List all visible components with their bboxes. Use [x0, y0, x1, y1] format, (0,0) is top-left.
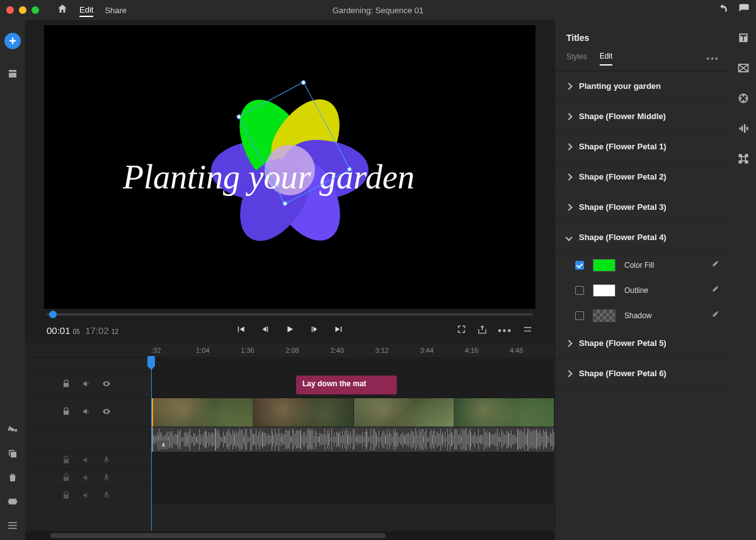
eyedropper-icon[interactable] — [711, 285, 719, 296]
layer-row[interactable]: Shape (Flower Petal 1) — [555, 132, 731, 162]
layer-row[interactable]: Planting your garden — [555, 71, 731, 101]
clip-thumbnail — [253, 398, 353, 427]
fullscreen-icon[interactable] — [456, 324, 467, 337]
track-options-icon[interactable] — [7, 520, 18, 534]
titles-inspector: Titles Styles Edit ••• Planting your gar… — [554, 20, 731, 540]
clip-thumbnail — [354, 398, 454, 427]
layer-row[interactable]: Shape (Flower Petal 3) — [555, 192, 731, 222]
title-track-header — [25, 372, 151, 398]
volume-icon[interactable] — [82, 473, 91, 485]
transport-bar: 00:01 05 17:02 12 ••• — [44, 320, 536, 343]
time-mark: 2:08 — [285, 347, 330, 354]
layer-label: Shape (Flower Petal 6) — [579, 369, 667, 378]
tab-edit[interactable]: Edit — [600, 52, 613, 66]
title-overlay-text[interactable]: Planting your garden — [123, 158, 415, 197]
svg-point-2 — [745, 97, 747, 99]
property-label: Shadow — [624, 311, 702, 320]
time-ruler[interactable]: :321:041:362:082:403:123:444:164:48 — [25, 343, 554, 357]
step-back-button[interactable] — [260, 324, 271, 337]
lock-icon[interactable] — [62, 379, 71, 391]
clip-thumbnail — [454, 398, 554, 427]
inspector-more-icon[interactable]: ••• — [706, 54, 719, 64]
layer-row[interactable]: Shape (Flower Petal 6) — [555, 359, 731, 389]
property-checkbox[interactable] — [575, 311, 584, 320]
add-media-button[interactable]: + — [4, 33, 21, 49]
playhead[interactable] — [151, 357, 152, 531]
property-checkbox[interactable] — [575, 286, 584, 295]
inspector-title: Titles — [555, 20, 731, 52]
share-icon[interactable] — [477, 324, 488, 337]
program-monitor[interactable]: Planting your garden — [44, 25, 536, 309]
project-bin-icon[interactable] — [7, 68, 18, 82]
color-swatch[interactable] — [593, 284, 616, 297]
time-mark: 3:12 — [375, 347, 420, 354]
transform-panel-icon[interactable] — [737, 152, 750, 168]
preview-scrubber[interactable] — [44, 309, 536, 320]
color-swatch[interactable] — [593, 259, 616, 272]
mic-icon[interactable] — [102, 473, 111, 485]
step-forward-button[interactable] — [309, 324, 320, 337]
lock-icon[interactable] — [62, 491, 71, 502]
home-icon[interactable] — [57, 3, 68, 17]
lock-icon[interactable] — [62, 473, 71, 485]
maximize-window-button[interactable] — [32, 6, 39, 14]
color-swatch[interactable] — [593, 309, 616, 322]
go-to-start-button[interactable] — [236, 324, 246, 337]
property-label: Color Fill — [624, 261, 702, 270]
playhead-handle[interactable] — [147, 356, 155, 366]
eye-icon[interactable] — [102, 407, 111, 418]
video-track-row — [25, 398, 554, 427]
property-checkbox[interactable] — [575, 261, 584, 270]
titles-panel-icon[interactable] — [737, 32, 750, 47]
layer-label: Shape (Flower Petal 1) — [579, 142, 667, 151]
scrubber-thumb[interactable] — [49, 311, 57, 318]
eyedropper-icon[interactable] — [711, 310, 719, 321]
minimize-window-button[interactable] — [19, 6, 26, 14]
audio-panel-icon[interactable] — [737, 122, 750, 137]
mic-icon[interactable] — [102, 456, 111, 467]
menu-share[interactable]: Share — [105, 4, 127, 16]
layer-row[interactable]: Shape (Flower Petal 2) — [555, 162, 731, 192]
audio-clip[interactable] — [151, 427, 554, 452]
more-options-icon[interactable]: ••• — [498, 325, 512, 336]
tab-styles[interactable]: Styles — [566, 52, 587, 65]
close-window-button[interactable] — [6, 6, 14, 14]
time-mark: 1:04 — [196, 347, 241, 354]
volume-icon[interactable] — [82, 379, 91, 391]
eyedropper-icon[interactable] — [711, 260, 719, 271]
scissors-icon[interactable] — [7, 424, 18, 438]
right-toolbar — [731, 20, 756, 540]
title-clip[interactable]: Lay down the mat — [296, 376, 397, 394]
play-button[interactable] — [285, 324, 295, 337]
layer-label: Shape (Flower Petal 3) — [579, 202, 667, 212]
transitions-panel-icon[interactable] — [737, 62, 750, 77]
volume-icon[interactable] — [82, 407, 91, 418]
menu-edit[interactable]: Edit — [79, 4, 93, 17]
trash-icon[interactable] — [7, 472, 18, 486]
hamburger-icon[interactable] — [522, 324, 533, 337]
mic-icon[interactable] — [102, 491, 111, 502]
undo-icon[interactable] — [717, 3, 728, 17]
lock-icon[interactable] — [62, 456, 71, 467]
property-row-color-fill: Color Fill — [555, 253, 731, 278]
comment-icon[interactable] — [738, 3, 750, 17]
time-mark: 1:36 — [241, 347, 285, 354]
color-panel-icon[interactable] — [737, 92, 750, 107]
eye-icon[interactable] — [102, 379, 111, 391]
go-to-end-button[interactable] — [334, 324, 345, 337]
lock-icon[interactable] — [62, 407, 71, 418]
time-mark: 4:16 — [465, 347, 510, 354]
timeline-panel: :321:041:362:082:403:123:444:164:48 Lay … — [25, 343, 554, 540]
layer-row[interactable]: Shape (Flower Middle) — [555, 101, 731, 132]
svg-point-3 — [742, 100, 744, 102]
volume-icon[interactable] — [82, 491, 91, 502]
video-clip[interactable] — [151, 398, 554, 427]
timeline-scrollbar[interactable] — [25, 531, 554, 540]
export-frame-icon[interactable] — [7, 496, 18, 510]
window-title: Gardening: Sequence 01 — [333, 6, 424, 15]
volume-icon[interactable] — [82, 456, 91, 467]
layer-row[interactable]: Shape (Flower Petal 4) — [555, 222, 731, 253]
duplicate-icon[interactable] — [7, 448, 18, 462]
chevron-icon — [565, 204, 572, 210]
layer-row[interactable]: Shape (Flower Petal 5) — [555, 328, 731, 359]
